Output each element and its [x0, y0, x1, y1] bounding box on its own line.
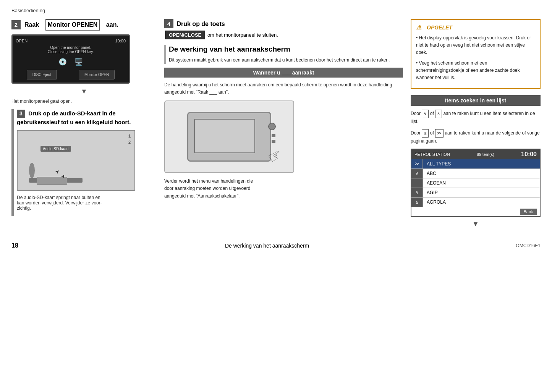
items-text2: Door ≥ of ≫ aan te raken kunt u naar de …: [411, 129, 541, 145]
page-number: 18: [11, 242, 18, 249]
step3-content: 3 Druk op de audio-SD-kaart in de gebrui…: [17, 109, 157, 216]
station-side-2: [411, 178, 423, 188]
mid-body2: De handeling waarbij u het scherm moet a…: [164, 81, 403, 96]
footer-code: OMCD16E1: [516, 243, 541, 248]
header-title: Basisbediening: [11, 8, 541, 15]
mid-caption-bottom: Verder wordt het menu van handelingen di…: [164, 178, 403, 200]
station-header-title: PETROL STATION: [414, 152, 450, 157]
station-name-2: AEGEAN: [423, 178, 540, 188]
station-row-4: ≥ AGROLA: [411, 198, 540, 207]
station-list-header: PETROL STATION 89item(s) 10:00: [411, 149, 540, 159]
warning-bullet2: • Veeg het scherm schoon met een schermr…: [416, 60, 535, 82]
station-footer: Back: [411, 207, 540, 216]
device-body: [187, 112, 271, 162]
warning-bullet1: • Het display-oppervlak is gevoelig voor…: [416, 34, 535, 57]
step2-heading: 2 Raak Monitor OPENEN aan.: [11, 19, 157, 31]
items-down-arrow: ▼: [411, 220, 541, 228]
screen-icons: 💿 🖥️: [16, 58, 126, 66]
knob: [29, 163, 35, 178]
screen-line1: Open the monitor panel. Close using the …: [16, 45, 126, 54]
items-text1: Door ∨ of ∧ aan te raken kunt u een item…: [411, 110, 541, 125]
station-side-0: ≫: [411, 159, 423, 168]
device-knob: [268, 123, 276, 130]
num-label-2: 2: [128, 140, 131, 144]
sd-label: Audio SD-kaart: [40, 146, 71, 152]
warning-title: OPGELET: [427, 24, 452, 31]
station-name-0: ALL TYPES: [423, 159, 540, 168]
werking-section: De werking van het aanraakscherm Dit sys…: [164, 45, 403, 64]
wanneer-banner: Wanneer u ___ aanraakt: [164, 68, 403, 78]
device-screen: [194, 119, 255, 153]
num-label-1: 1: [128, 134, 131, 138]
device-btn1: [272, 134, 275, 137]
station-name-3: AGIP: [423, 188, 540, 197]
screen-time: 10:00: [115, 39, 126, 43]
step4-num: 4: [164, 19, 173, 28]
key-up: ∧: [435, 110, 442, 118]
open-close-btn: OPEN/CLOSE: [165, 31, 205, 39]
screen-mockup: OPEN 10:00 Open the monitor panel. Close…: [11, 34, 130, 84]
station-row-1: ∧ ABC: [411, 169, 540, 178]
screen-top-bar: OPEN 10:00: [16, 39, 126, 43]
section-title: De werking van het aanraakscherm: [169, 45, 403, 54]
of-text2: of: [430, 130, 434, 136]
step2-button: Monitor OPENEN: [45, 19, 100, 31]
page-header: Basisbediening: [11, 8, 541, 15]
section-body: Dit systeem maakt gebruik van een aanraa…: [169, 57, 403, 64]
station-side-4: ≥: [411, 198, 423, 207]
device-illustration: ☞: [164, 100, 294, 173]
warning-body: • Het display-oppervlak is gevoelig voor…: [416, 34, 535, 81]
step4-block: 4 Druk op de toets OPEN/CLOSE om het mon…: [164, 19, 403, 39]
arrow-indicator-1: ➤: [55, 169, 60, 175]
station-side-3: ∨: [411, 188, 423, 197]
screen-open-label: OPEN: [16, 39, 28, 43]
page-footer: 18 De werking van het aanraakscherm OMCD…: [11, 239, 541, 249]
step4-heading: 4 Druk op de toets: [164, 19, 403, 28]
sd-illustration: Audio SD-kaart ➤ ➤ 1 2: [17, 130, 135, 191]
station-row-3: ∨ AGIP: [411, 188, 540, 198]
mid-column: 4 Druk op de toets OPEN/CLOSE om het mon…: [164, 19, 403, 231]
main-content: 2 Raak Monitor OPENEN aan. OPEN 10:00 Op…: [11, 19, 541, 231]
key-prev: ≫: [435, 129, 444, 138]
key-next: ≥: [422, 129, 429, 138]
step2-text1: Raak: [24, 21, 39, 28]
items-header: Items zoeken in een lijst: [411, 95, 541, 106]
device-btn2: [272, 140, 275, 143]
step3-caption: De audio-SD-kaart springt naar buiten en…: [17, 195, 157, 211]
step2-arrow: ▼: [11, 87, 157, 96]
step2-block: 2 Raak Monitor OPENEN aan. OPEN 10:00 Op…: [11, 19, 157, 104]
footer-title: De werking van het aanraakscherm: [225, 243, 309, 249]
items-section: Items zoeken in een lijst Door ∨ of ∧ aa…: [411, 95, 541, 228]
warning-triangle-icon: ⚠: [416, 24, 424, 31]
step4-text1: Druk op de toets: [176, 21, 225, 27]
step4-button-row: OPEN/CLOSE om het monitorpaneel te sluit…: [164, 31, 403, 39]
step3-heading: 3 Druk op de audio-SD-kaart in de gebrui…: [17, 109, 157, 126]
station-side-1: ∧: [411, 169, 423, 178]
monitor-open-btn: Monitor OPEN: [79, 70, 115, 79]
key-down: ∨: [422, 110, 429, 118]
step3-text: Druk op de audio-SD-kaart in de gebruike…: [17, 110, 131, 125]
back-button[interactable]: Back: [520, 209, 537, 215]
step3-block: 3 Druk op de audio-SD-kaart in de gebrui…: [11, 109, 157, 216]
step3-bar: [11, 109, 14, 216]
station-time: 10:00: [521, 151, 537, 158]
step4-text2: om het monitorpaneel te sluiten.: [207, 32, 278, 38]
step2-caption: Het monitorpaneel gaat open.: [11, 99, 157, 104]
left-column: 2 Raak Monitor OPENEN aan. OPEN 10:00 Op…: [11, 19, 157, 231]
right-column: ⚠ OPGELET • Het display-oppervlak is gev…: [411, 19, 541, 231]
of-text1: of: [430, 111, 434, 116]
step3-num: 3: [17, 110, 25, 118]
station-row-2: AEGEAN: [411, 178, 540, 188]
station-items-count: 89item(s): [477, 152, 494, 157]
station-row-0: ≫ ALL TYPES: [411, 159, 540, 169]
station-name-4: AGROLA: [423, 198, 540, 207]
step2-text2: aan.: [106, 21, 118, 28]
step2-num: 2: [11, 20, 21, 29]
station-name-1: ABC: [423, 169, 540, 178]
warning-box: ⚠ OPGELET • Het display-oppervlak is gev…: [411, 19, 541, 89]
station-list: PETROL STATION 89item(s) 10:00 ≫ ALL TYP…: [411, 149, 541, 217]
disc-eject-btn: DISC Eject: [27, 70, 57, 79]
screen-buttons: DISC Eject Monitor OPEN: [16, 70, 126, 79]
warning-header: ⚠ OPGELET: [416, 24, 535, 31]
